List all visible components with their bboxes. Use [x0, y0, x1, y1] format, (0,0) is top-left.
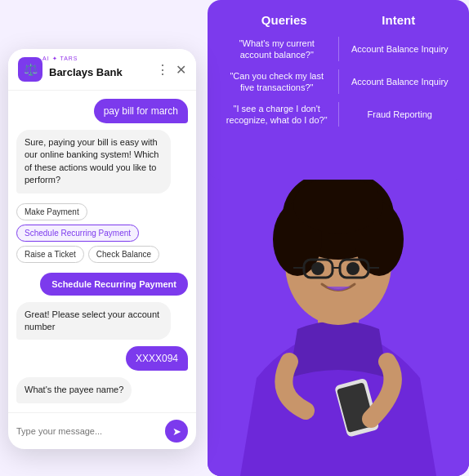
message-input[interactable] — [16, 426, 159, 436]
intent-col-header: Intent — [382, 13, 415, 27]
intent-text-3: Fraud Reporting — [347, 109, 453, 120]
bot-message-2: Great! Please select your account number — [16, 302, 171, 340]
bank-avatar: ⚖️ — [18, 57, 42, 82]
send-button[interactable]: ➤ — [165, 420, 188, 443]
person-area — [208, 133, 469, 476]
person-image — [208, 133, 469, 476]
divider — [338, 37, 339, 61]
quick-actions: Make Payment Schedule Recurring Payment … — [16, 200, 188, 266]
bank-icon: ⚖️ — [24, 63, 38, 76]
svg-point-7 — [293, 176, 383, 234]
intent-text-1: Account Balance Inquiry — [347, 43, 453, 55]
intent-text-2: Account Balance Inquiry — [347, 76, 453, 87]
recurring-payment-action-btn[interactable]: Schedule Recurring Payment — [40, 273, 188, 296]
query-text-3: "I see a charge I don't recognize, what … — [224, 103, 330, 127]
raise-ticket-btn[interactable]: Raise a Ticket — [16, 246, 84, 263]
ai-tars-label: AI ✦ TARS — [42, 56, 78, 62]
user-message-2: XXXX094 — [126, 346, 188, 371]
send-icon: ➤ — [172, 425, 181, 438]
query-text-2: "Can you check my last five transactions… — [224, 70, 330, 94]
query-row-2: "Can you check my last five transactions… — [224, 69, 453, 94]
more-icon[interactable]: ⋮ — [156, 62, 169, 78]
user-message-1: pay bill for march — [94, 99, 188, 123]
divider — [338, 69, 339, 94]
check-balance-btn[interactable]: Check Balance — [88, 246, 159, 263]
make-payment-btn[interactable]: Make Payment — [16, 203, 87, 220]
query-text-1: "What's my current account balance?" — [224, 38, 330, 61]
query-row-1: "What's my current account balance?" Acc… — [224, 37, 453, 61]
chat-widget: AI ✦ TARS ⚖️ Barclays Bank ⋮ ✕ pay bill … — [8, 49, 196, 449]
divider — [338, 102, 339, 127]
queries-col-header: Queries — [261, 13, 307, 27]
bot-message-3: What's the payee name? — [16, 377, 132, 403]
bot-message-1: Sure, paying your bill is easy with our … — [16, 130, 171, 194]
queries-panel: Queries Intent "What's my current accoun… — [208, 0, 469, 180]
chat-messages: pay bill for march Sure, paying your bil… — [8, 91, 196, 412]
svg-point-14 — [346, 262, 360, 275]
header-icons: ⋮ ✕ — [156, 62, 186, 78]
chat-header: AI ✦ TARS ⚖️ Barclays Bank ⋮ ✕ — [8, 49, 196, 91]
queries-header: Queries Intent — [224, 13, 453, 27]
close-icon[interactable]: ✕ — [176, 62, 186, 78]
bank-name: Barclays Bank — [49, 66, 156, 78]
svg-point-13 — [311, 262, 324, 275]
query-row-3: "I see a charge I don't recognize, what … — [224, 102, 453, 127]
schedule-recurring-btn[interactable]: Schedule Recurring Payment — [16, 225, 139, 242]
chat-input-area: ➤ — [8, 412, 196, 449]
